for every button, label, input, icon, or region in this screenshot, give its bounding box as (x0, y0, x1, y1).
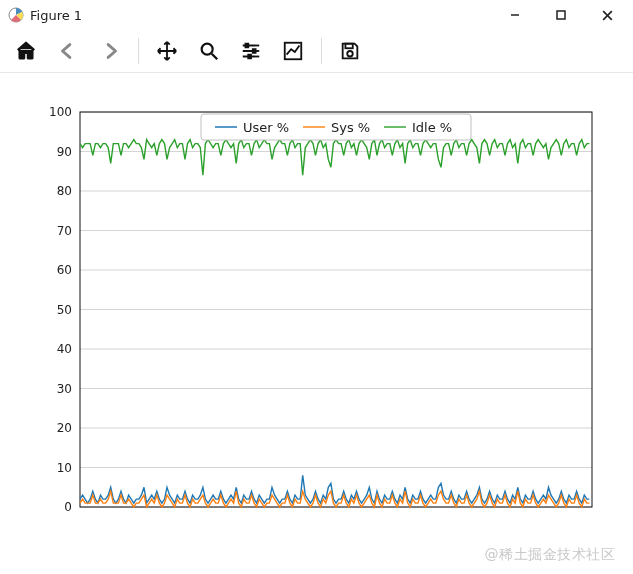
legend-label: Idle % (412, 120, 452, 135)
axes-button[interactable] (273, 33, 313, 69)
legend-label: User % (243, 120, 289, 135)
svg-text:90: 90 (56, 145, 71, 159)
svg-rect-12 (248, 55, 251, 59)
svg-rect-10 (253, 49, 256, 53)
zoom-button[interactable] (189, 33, 229, 69)
sliders-icon (240, 40, 262, 62)
save-icon (339, 40, 361, 62)
matplotlib-icon (8, 7, 24, 23)
toolbar-separator (138, 38, 139, 64)
minimize-button[interactable] (495, 1, 535, 29)
svg-rect-14 (345, 44, 352, 49)
svg-rect-2 (557, 11, 565, 19)
close-button[interactable] (587, 1, 627, 29)
figure-window: Figure 1 (0, 0, 633, 574)
svg-text:100: 100 (49, 105, 72, 119)
title-bar: Figure 1 (0, 0, 633, 30)
pan-button[interactable] (147, 33, 187, 69)
svg-text:80: 80 (56, 184, 71, 198)
svg-text:10: 10 (56, 461, 71, 475)
chart-line-icon (282, 40, 304, 62)
legend-label: Sys % (331, 120, 370, 135)
svg-text:20: 20 (56, 421, 71, 435)
window-buttons (495, 1, 627, 29)
svg-text:50: 50 (56, 303, 71, 317)
svg-text:70: 70 (56, 224, 71, 238)
toolbar (0, 30, 633, 73)
title-left: Figure 1 (8, 7, 82, 23)
window-title: Figure 1 (30, 8, 82, 23)
save-button[interactable] (330, 33, 370, 69)
toolbar-separator (321, 38, 322, 64)
svg-rect-8 (246, 44, 249, 48)
pan-icon (156, 40, 178, 62)
svg-text:0: 0 (64, 500, 72, 514)
svg-point-5 (202, 44, 213, 55)
back-button[interactable] (48, 33, 88, 69)
svg-text:30: 30 (56, 382, 71, 396)
maximize-button[interactable] (541, 1, 581, 29)
svg-line-6 (212, 54, 218, 60)
home-icon (15, 40, 37, 62)
svg-point-15 (347, 51, 353, 57)
svg-text:40: 40 (56, 342, 71, 356)
line-chart: 0102030405060708090100User %Sys %Idle % (12, 72, 622, 552)
zoom-icon (198, 40, 220, 62)
plot-area[interactable]: 0102030405060708090100User %Sys %Idle % (0, 72, 633, 574)
home-button[interactable] (6, 33, 46, 69)
back-icon (57, 40, 79, 62)
forward-button[interactable] (90, 33, 130, 69)
subplots-button[interactable] (231, 33, 271, 69)
svg-text:60: 60 (56, 263, 71, 277)
forward-icon (99, 40, 121, 62)
